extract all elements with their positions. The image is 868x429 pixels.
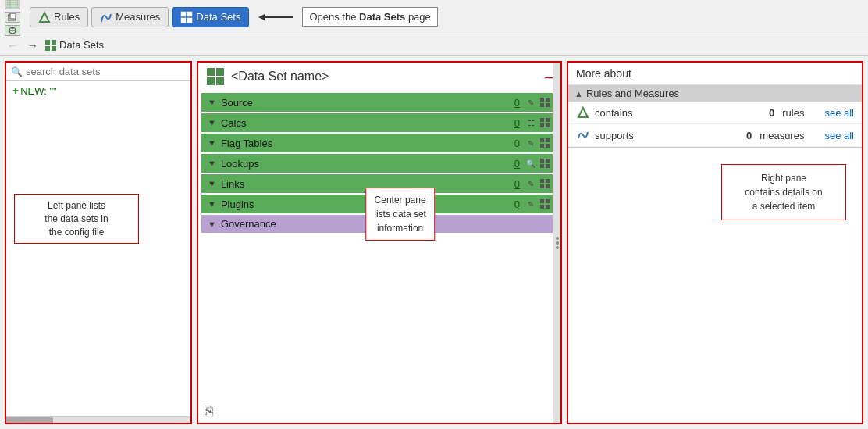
rules-row: contains 0 rules see all [568, 102, 862, 124]
lookups-section[interactable]: ▼ Lookups 0 🔍 [201, 154, 557, 173]
source-label: Source [221, 97, 514, 109]
splitter-dot-3 [556, 246, 559, 249]
remove-dataset-button[interactable]: – [545, 70, 553, 84]
left-scrollbar[interactable] [6, 416, 190, 423]
left-pane-content: Left pane lists the data sets in the con… [6, 100, 190, 416]
lookups-icons: 🔍 [525, 157, 551, 170]
rules-tab[interactable]: Rules [30, 7, 88, 27]
svg-rect-41 [540, 184, 544, 188]
center-bottom-brackets: ⎘ [205, 403, 213, 420]
rules-count: 0 [769, 107, 774, 119]
rules-measures-header[interactable]: ▲ Rules and Measures [568, 85, 862, 102]
svg-rect-17 [45, 46, 50, 51]
links-pencil-icon: ✎ [525, 177, 537, 190]
source-section[interactable]: ▼ Source 0 ✎ [201, 93, 557, 112]
search-input[interactable] [26, 66, 186, 77]
lookups-count: 0 [514, 158, 520, 170]
rules-triangle-icon [576, 105, 590, 120]
center-pane: <Data Set name> – ▼ Source 0 ✎ [197, 61, 562, 424]
source-count: 0 [514, 97, 520, 109]
source-pencil-icon: ✎ [525, 96, 537, 109]
annotation-bold: Data Sets [359, 11, 405, 23]
svg-rect-44 [546, 199, 550, 203]
measures-tab-label: Measures [116, 11, 160, 23]
breadcrumb: Data Sets [45, 39, 104, 51]
rules-label-text: rules [782, 107, 804, 119]
forward-button[interactable]: → [25, 39, 41, 52]
breadcrumb-label: Data Sets [59, 39, 104, 51]
lookups-expand-icon: ▼ [208, 159, 216, 168]
measures-see-all-link[interactable]: see all [824, 130, 854, 141]
svg-rect-23 [540, 98, 544, 102]
plugins-count: 0 [514, 198, 520, 210]
svg-rect-24 [546, 98, 550, 102]
svg-marker-14 [258, 14, 265, 20]
svg-rect-18 [52, 46, 56, 51]
svg-rect-11 [181, 18, 186, 23]
source-expand-icon: ▼ [208, 98, 216, 107]
back-button[interactable]: ← [5, 39, 20, 52]
datasets-tab[interactable]: Data Sets [172, 7, 249, 27]
svg-rect-9 [181, 12, 186, 16]
calcs-label: Calcs [221, 117, 514, 129]
left-pane: 🔍 + NEW: "" Left pane lists the data set… [5, 61, 192, 424]
flagtables-icon1: ✎ [525, 137, 537, 149]
svg-rect-30 [546, 123, 550, 127]
center-right-splitter[interactable] [553, 63, 560, 423]
links-grid-icon [539, 177, 551, 190]
center-pane-annotation: Center panelists data setinformation [365, 188, 435, 241]
splitter-dot-2 [556, 241, 559, 245]
plugins-pencil-icon: ✎ [525, 198, 537, 210]
svg-rect-37 [540, 164, 544, 168]
svg-rect-12 [187, 18, 192, 23]
svg-rect-15 [45, 40, 50, 45]
svg-rect-35 [540, 159, 544, 163]
lookups-grid-icon [539, 157, 551, 170]
svg-rect-28 [546, 118, 550, 122]
search-box[interactable]: 🔍 [6, 63, 190, 81]
center-annotation-text: Center panelists data setinformation [374, 195, 426, 234]
svg-rect-5 [10, 13, 16, 19]
rules-see-all-link[interactable]: see all [824, 107, 854, 119]
datasets-icon [180, 11, 193, 23]
svg-rect-46 [546, 205, 550, 209]
flagtables-section[interactable]: ▼ Flag Tables 0 ✎ [201, 134, 557, 152]
right-pane: More about ▲ Rules and Measures contains… [567, 61, 863, 424]
svg-rect-31 [540, 138, 544, 142]
calcs-section[interactable]: ▼ Calcs 0 ☷ [201, 113, 557, 132]
measures-row: supports 0 measures see all [568, 124, 862, 147]
flagtables-icons: ✎ [525, 137, 551, 149]
lookups-label: Lookups [221, 158, 514, 170]
links-icons: ✎ [525, 177, 551, 190]
calcs-icons: ☷ [525, 116, 551, 129]
flagtables-label: Flag Tables [221, 138, 514, 149]
source-grid-icon [539, 96, 551, 109]
calcs-icon1: ☷ [525, 116, 537, 129]
right-pane-annotation: Right panecontains details ona selected … [721, 164, 846, 220]
measures-tab[interactable]: Measures [91, 7, 169, 27]
source-icons: ✎ [525, 96, 551, 109]
svg-rect-20 [216, 68, 224, 76]
svg-marker-47 [578, 108, 588, 117]
measures-icon [100, 11, 112, 23]
svg-rect-29 [540, 123, 544, 127]
rules-tab-label: Rules [54, 11, 80, 23]
toolbar: Rules Measures Data Sets Opens the [0, 0, 868, 34]
flagtables-icon2 [539, 137, 551, 149]
right-annotation-text: Right panecontains details ona selected … [745, 173, 822, 212]
svg-rect-27 [540, 118, 544, 122]
left-toolbar-icons [5, 0, 20, 36]
main-content: 🔍 + NEW: "" Left pane lists the data set… [0, 56, 868, 429]
plugins-icons: ✎ [525, 198, 551, 210]
plus-icon: + [12, 84, 19, 97]
rm-header-label: Rules and Measures [586, 88, 679, 99]
new-item-row[interactable]: + NEW: "" [6, 81, 190, 100]
links-expand-icon: ▼ [208, 179, 216, 188]
left-scrollbar-thumb [6, 417, 53, 423]
datasets-tab-label: Data Sets [196, 11, 240, 23]
svg-rect-22 [216, 77, 224, 85]
measures-wave-icon [576, 128, 590, 142]
svg-rect-38 [546, 164, 550, 168]
flagtables-expand-icon: ▼ [208, 138, 216, 148]
arrow-annotation: Opens the Data Sets page [258, 7, 437, 27]
